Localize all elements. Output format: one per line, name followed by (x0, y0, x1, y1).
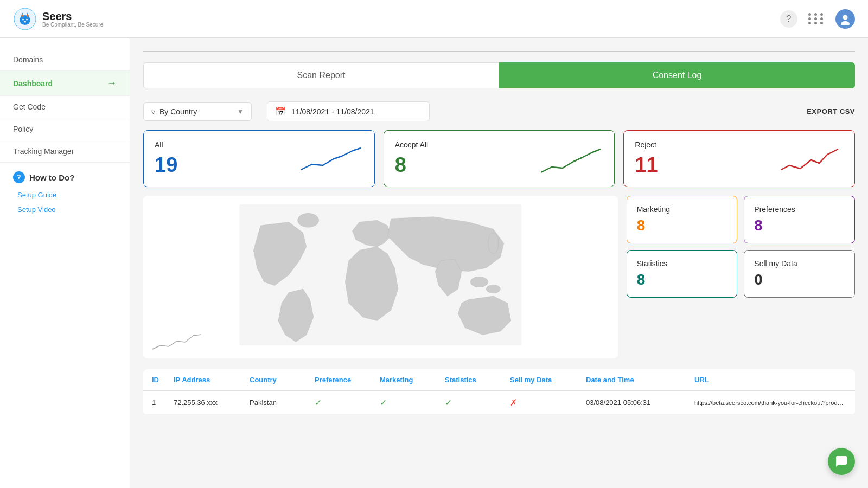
export-csv-button[interactable]: EXPORT CSV (807, 107, 855, 115)
calendar-icon: 📅 (275, 106, 286, 117)
table-row: 1 72.255.36.xxx Pakistan ✓ ✓ ✓ ✗ 03/08/2… (143, 391, 855, 415)
col-id: ID (152, 376, 174, 384)
col-datetime: Date and Time (586, 376, 694, 384)
col-sell-data: Sell my Data (510, 376, 586, 384)
cell-url: https://beta.seersco.com/thank-you-for-c… (694, 400, 846, 406)
help-icon[interactable]: ? (780, 10, 797, 28)
cell-statistics: ✓ (445, 397, 510, 408)
header-right: ? (780, 9, 855, 29)
cell-ip: 72.255.36.xxx (174, 399, 250, 407)
svg-point-12 (298, 213, 319, 227)
stat-card-all: All 19 (143, 130, 375, 187)
stat-card-accept-all: Accept All 8 (384, 130, 615, 187)
col-url: URL (694, 376, 846, 384)
col-statistics: Statistics (445, 376, 510, 384)
filter-dropdown[interactable]: ▿ By Country ▼ (143, 102, 252, 121)
controls-row: ▿ By Country ▼ 📅 11/08/2021 - 11/08/2021… (143, 101, 855, 121)
top-divider (143, 51, 855, 52)
sidebar-item-setup-guide[interactable]: Setup Guide (0, 188, 130, 202)
sidebar-item-domains[interactable]: Domains (0, 49, 130, 71)
chart-reject (778, 143, 844, 175)
main-content: Scan Report Consent Log ▿ By Country ▼ 📅… (130, 38, 868, 488)
filter-icon: ▿ (151, 107, 155, 116)
stat-accept-info: Accept All 8 (395, 140, 428, 177)
logo-icon (13, 7, 37, 31)
col-marketing: Marketing (380, 376, 445, 384)
help-circle-icon: ? (13, 171, 25, 183)
world-map-svg (152, 204, 609, 345)
logo: Seers Be Compliant, Be Secure (13, 7, 103, 31)
stat-card-reject: Reject 11 (623, 130, 855, 187)
chat-icon (835, 455, 848, 468)
cell-datetime: 03/08/2021 05:06:31 (586, 399, 694, 407)
stat-reject-info: Reject 11 (635, 140, 658, 177)
stat-all-info: All 19 (155, 140, 177, 177)
sidebar: Domains Dashboard → Get Code Policy Trac… (0, 38, 130, 488)
world-map-area (143, 196, 618, 358)
svg-point-7 (26, 18, 28, 20)
cat-card-sell-data: Sell my Data 0 (744, 250, 855, 298)
sidebar-item-policy[interactable]: Policy (0, 118, 130, 140)
svg-point-14 (486, 285, 500, 293)
svg-point-6 (22, 18, 24, 20)
category-cards: Marketing 8 Preferences 8 Statistics 8 S… (627, 196, 855, 358)
tab-consent-log[interactable]: Consent Log (499, 62, 855, 88)
sidebar-item-getcode[interactable]: Get Code (0, 96, 130, 118)
table-header: ID IP Address Country Preference Marketi… (143, 369, 855, 391)
how-to-heading: ? How to Do? (13, 171, 117, 183)
arrow-icon: → (107, 78, 117, 89)
stats-cards: All 19 Accept All 8 Reje (143, 130, 855, 187)
col-preference: Preference (315, 376, 380, 384)
svg-point-8 (24, 21, 26, 22)
grid-icon[interactable] (808, 13, 825, 24)
chat-button[interactable] (828, 448, 855, 475)
sidebar-item-dashboard[interactable]: Dashboard → (0, 71, 130, 96)
date-range-picker[interactable]: 📅 11/08/2021 - 11/08/2021 (267, 101, 430, 121)
cell-sell-data: ✗ (510, 397, 586, 408)
cat-card-preferences: Preferences 8 (744, 196, 855, 243)
svg-point-15 (488, 233, 499, 254)
col-ip: IP Address (174, 376, 250, 384)
layout: Domains Dashboard → Get Code Policy Trac… (0, 38, 868, 488)
chart-accept (538, 143, 603, 175)
cell-preference: ✓ (315, 397, 380, 408)
cell-marketing: ✓ (380, 397, 445, 408)
svg-point-10 (841, 21, 850, 25)
avatar-icon (839, 13, 851, 25)
col-country: Country (250, 376, 315, 384)
cell-id: 1 (152, 399, 174, 407)
cat-card-statistics: Statistics 8 (627, 250, 738, 298)
svg-point-9 (843, 15, 848, 20)
user-avatar[interactable] (835, 9, 855, 29)
logo-brand: Seers Be Compliant, Be Secure (42, 10, 103, 28)
bottom-section: Marketing 8 Preferences 8 Statistics 8 S… (143, 196, 855, 358)
map-mini-chart (150, 330, 204, 352)
sidebar-item-tracking[interactable]: Tracking Manager (0, 140, 130, 163)
svg-point-13 (470, 277, 488, 287)
consent-table: ID IP Address Country Preference Marketi… (143, 369, 855, 415)
tab-scan-report[interactable]: Scan Report (143, 62, 499, 88)
chart-all (298, 143, 363, 175)
header: Seers Be Compliant, Be Secure ? (0, 0, 868, 38)
chevron-down-icon: ▼ (237, 108, 244, 115)
cell-country: Pakistan (250, 399, 315, 407)
sidebar-item-setup-video[interactable]: Setup Video (0, 202, 130, 217)
how-to-section: ? How to Do? (0, 163, 130, 188)
tab-bar: Scan Report Consent Log (143, 62, 855, 88)
cat-card-marketing: Marketing 8 (627, 196, 738, 243)
